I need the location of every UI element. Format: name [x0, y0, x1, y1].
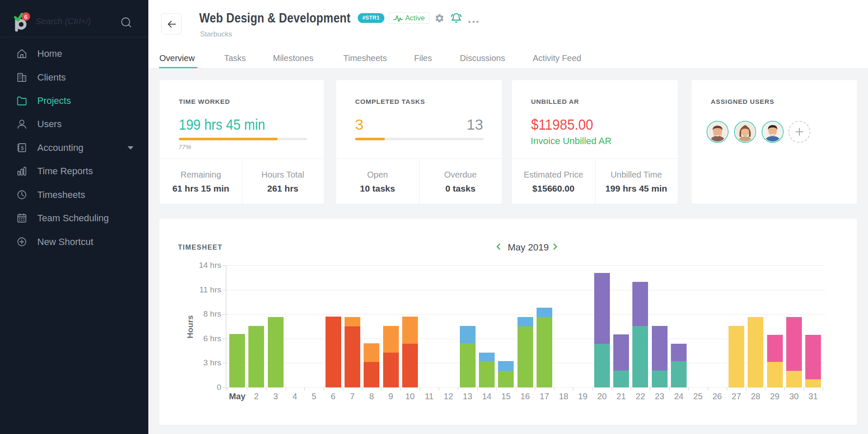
svg-text:$: $	[21, 145, 24, 151]
svg-text:6: 6	[24, 14, 28, 20]
